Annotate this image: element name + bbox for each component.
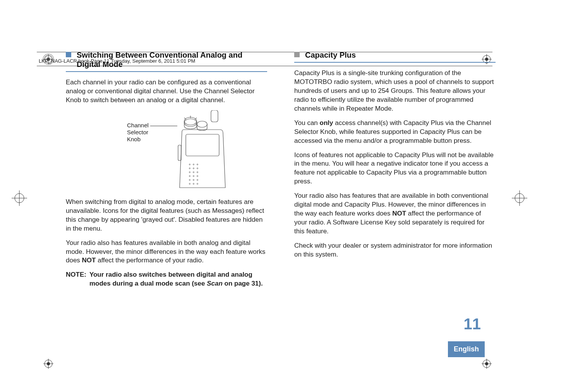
- text-emphasis-not: NOT: [392, 210, 406, 217]
- paragraph: Your radio also has features that are av…: [294, 192, 496, 236]
- note-label: NOTE:: [66, 270, 86, 288]
- svg-point-41: [189, 175, 190, 176]
- svg-point-35: [189, 168, 190, 169]
- section-heading-right: Capacity Plus: [294, 50, 496, 60]
- figure-label: Channel Selector Knob: [127, 122, 149, 143]
- figure-label-line: Channel: [127, 122, 149, 128]
- svg-point-36: [193, 168, 194, 169]
- svg-point-49: [197, 183, 198, 184]
- text-emphasis-not: NOT: [82, 257, 96, 264]
- paragraph: Each channel in your radio can be config…: [66, 78, 267, 105]
- svg-point-32: [189, 164, 190, 165]
- text-emphasis-only: only: [320, 119, 333, 127]
- crop-mark-right: [512, 190, 527, 206]
- svg-point-44: [189, 179, 190, 180]
- page-number: 11: [448, 313, 485, 333]
- svg-point-45: [193, 179, 194, 180]
- svg-point-34: [197, 164, 198, 165]
- figure-label-line: Selector: [127, 129, 148, 135]
- paragraph: Icons of features not applicable to Capa…: [294, 151, 496, 187]
- svg-point-40: [197, 171, 198, 173]
- heading-switching-modes: Switching Between Conventional Analog an…: [77, 50, 267, 69]
- cross-ref-scan: Scan: [207, 280, 223, 287]
- svg-rect-23: [211, 110, 218, 122]
- svg-point-37: [197, 168, 198, 169]
- svg-point-48: [193, 183, 194, 184]
- section-bullet-icon: [66, 52, 71, 57]
- channel-selector-figure: Channel Selector Knob: [66, 110, 267, 192]
- page-footer-box: 11 English: [448, 313, 485, 363]
- svg-point-42: [193, 175, 194, 176]
- heading-rule: [294, 62, 496, 63]
- paragraph: Capacity Plus is a single-site trunking …: [294, 69, 496, 113]
- svg-point-47: [189, 183, 190, 184]
- paragraph: When switching from digital to analog mo…: [66, 198, 267, 233]
- heading-rule: [66, 71, 267, 72]
- section-bullet-icon: [294, 52, 300, 57]
- left-column: Switching Between Conventional Analog an…: [66, 50, 267, 288]
- svg-point-24: [184, 119, 197, 127]
- note-body: Your radio also switches between digital…: [89, 270, 267, 288]
- paragraph: You can only access channel(s) with Capa…: [294, 119, 496, 146]
- svg-point-39: [193, 171, 194, 173]
- text-run: affect the performance of your radio.: [96, 257, 203, 264]
- svg-point-38: [189, 171, 190, 173]
- paragraph: Check with your dealer or system adminis…: [294, 241, 496, 259]
- right-column: Capacity Plus Capacity Plus is a single-…: [294, 50, 496, 288]
- crop-mark-left: [12, 190, 27, 206]
- svg-point-25: [184, 117, 197, 125]
- figure-pointer-line: [150, 126, 177, 126]
- note-block: NOTE: Your radio also switches between d…: [66, 270, 267, 288]
- text-run: on page 31).: [223, 280, 263, 287]
- section-heading-left: Switching Between Conventional Analog an…: [66, 50, 267, 69]
- svg-rect-31: [186, 134, 219, 156]
- svg-point-26: [197, 121, 207, 127]
- figure-label-line: Knob: [127, 136, 141, 142]
- language-tab: English: [448, 341, 485, 357]
- svg-point-46: [197, 179, 198, 180]
- svg-point-43: [197, 175, 198, 176]
- text-run: You can: [294, 119, 320, 127]
- crop-mark-bl: [43, 359, 53, 369]
- svg-point-33: [193, 164, 194, 165]
- radio-illustration: [174, 110, 232, 192]
- paragraph: Your radio also has features available i…: [66, 239, 267, 265]
- heading-capacity-plus: Capacity Plus: [305, 50, 356, 60]
